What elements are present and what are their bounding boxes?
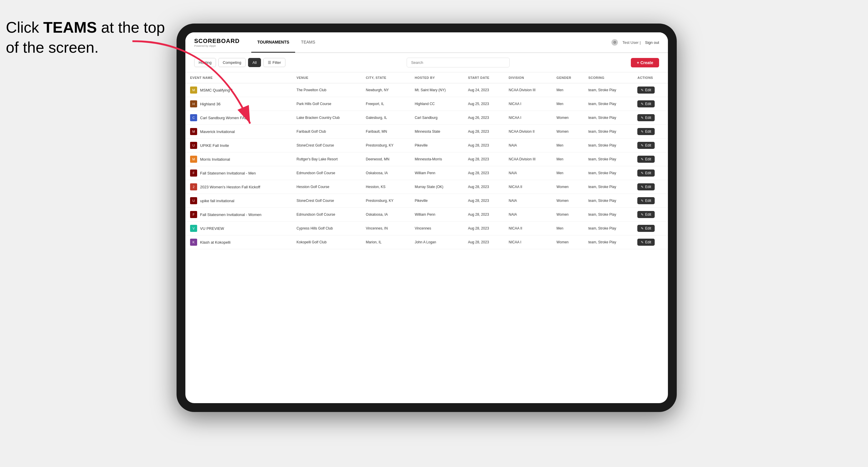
navbar-right: ⚙ Test User | Sign out [612,39,659,45]
cell-event-name-0: M MSMC Qualifying 1 [185,83,292,97]
cell-actions-7: ✎ Edit [632,180,668,194]
cell-venue-1: Park Hills Golf Course [292,97,361,111]
cell-division-6: NAIA [504,166,552,180]
cell-hosted-by-2: Carl Sandburg [410,111,463,125]
cell-venue-7: Hesston Golf Course [292,180,361,194]
cell-venue-6: Edmundson Golf Course [292,166,361,180]
table-container: EVENT NAME VENUE CITY, STATE HOSTED BY S… [185,72,668,403]
event-name-5: Morris Invitational [200,157,230,161]
cell-city-state-10: Vincennes, IN [361,222,410,236]
event-icon-1: H [190,100,197,107]
cell-venue-10: Cypress Hills Golf Club [292,222,361,236]
cell-hosted-by-5: Minnesota-Morris [410,152,463,166]
edit-button-10[interactable]: ✎ Edit [637,225,655,232]
cell-start-date-5: Aug 28, 2023 [463,152,504,166]
table-row: 2 2023 Women's Hesston Fall Kickoff Hess… [185,180,668,194]
instruction-part1: Click [6,19,43,36]
cell-city-state-0: Newburgh, NY [361,83,410,97]
cell-venue-0: The Powelton Club [292,83,361,97]
all-button[interactable]: All [248,58,261,67]
tab-tournaments[interactable]: TOURNAMENTS [251,32,295,53]
cell-scoring-7: team, Stroke Play [584,180,632,194]
table-header-row: EVENT NAME VENUE CITY, STATE HOSTED BY S… [185,72,668,83]
cell-city-state-4: Prestonsburg, KY [361,138,410,152]
edit-button-1[interactable]: ✎ Edit [637,100,655,107]
cell-gender-2: Women [552,111,584,125]
edit-button-8[interactable]: ✎ Edit [637,197,655,204]
filter-button[interactable]: ☰ Filter [264,58,285,67]
cell-start-date-3: Aug 28, 2023 [463,125,504,138]
col-scoring: SCORING [584,72,632,83]
cell-city-state-1: Freeport, IL [361,97,410,111]
settings-icon[interactable]: ⚙ [612,39,618,45]
cell-gender-7: Women [552,180,584,194]
cell-city-state-5: Deerwood, MN [361,152,410,166]
cell-gender-4: Men [552,138,584,152]
edit-label-10: Edit [645,226,651,230]
event-name-8: upike fall invitational [200,199,234,203]
cell-division-11: NICAA I [504,236,552,249]
cell-actions-9: ✎ Edit [632,208,668,222]
cell-scoring-9: team, Stroke Play [584,208,632,222]
event-icon-9: F [190,211,197,218]
edit-button-3[interactable]: ✎ Edit [637,128,655,135]
edit-label-6: Edit [645,171,651,175]
edit-button-7[interactable]: ✎ Edit [637,183,655,190]
cell-hosted-by-10: Vincennes [410,222,463,236]
col-start-date: START DATE [463,72,504,83]
tablet-screen: SCOREBOARD Powered by clippit TOURNAMENT… [185,32,668,403]
pencil-icon-11: ✎ [641,241,644,244]
cell-division-1: NICAA I [504,97,552,111]
cell-scoring-8: team, Stroke Play [584,194,632,208]
table-row: U upike fall invitational StoneCrest Gol… [185,194,668,208]
create-button[interactable]: + Create [631,58,659,67]
pencil-icon-9: ✎ [641,213,644,217]
logo-subtitle: Powered by clippit [194,44,240,48]
event-name-4: UPIKE Fall Invite [200,143,229,148]
search-input[interactable] [407,58,509,67]
edit-label-11: Edit [645,240,651,244]
cell-event-name-10: V VU PREVIEW [185,222,292,236]
tab-teams[interactable]: TEAMS [295,32,321,53]
cell-city-state-9: Oskaloosa, IA [361,208,410,222]
cell-event-name-8: U upike fall invitational [185,194,292,208]
cell-venue-8: StoneCrest Golf Course [292,194,361,208]
hosting-button[interactable]: Hosting [194,58,216,67]
cell-start-date-9: Aug 28, 2023 [463,208,504,222]
cell-venue-9: Edmundson Golf Course [292,208,361,222]
logo-title: SCOREBOARD [194,38,240,44]
col-event-name: EVENT NAME [185,72,292,83]
cell-start-date-4: Aug 28, 2023 [463,138,504,152]
event-icon-3: M [190,128,197,135]
cell-gender-0: Men [552,83,584,97]
cell-gender-1: Men [552,97,584,111]
edit-label-1: Edit [645,102,651,106]
cell-division-10: NICAA II [504,222,552,236]
cell-start-date-7: Aug 28, 2023 [463,180,504,194]
edit-button-0[interactable]: ✎ Edit [637,87,655,94]
edit-label-4: Edit [645,143,651,148]
toolbar-center [407,58,509,67]
cell-actions-3: ✎ Edit [632,125,668,138]
edit-button-11[interactable]: ✎ Edit [637,239,655,246]
cell-event-name-4: U UPIKE Fall Invite [185,138,292,152]
col-actions: ACTIONS [632,72,668,83]
cell-start-date-6: Aug 28, 2023 [463,166,504,180]
cell-gender-6: Men [552,166,584,180]
edit-button-9[interactable]: ✎ Edit [637,211,655,218]
cell-actions-2: ✎ Edit [632,111,668,125]
cell-scoring-5: team, Stroke Play [584,152,632,166]
cell-scoring-1: team, Stroke Play [584,97,632,111]
edit-button-2[interactable]: ✎ Edit [637,114,655,121]
cell-division-7: NICAA II [504,180,552,194]
competing-button[interactable]: Competing [218,58,246,67]
edit-button-4[interactable]: ✎ Edit [637,142,655,149]
table-row: C Carl Sandburg Women FA23 Lake Bracken … [185,111,668,125]
edit-button-6[interactable]: ✎ Edit [637,169,655,177]
event-icon-0: M [190,87,197,94]
cell-event-name-2: C Carl Sandburg Women FA23 [185,111,292,125]
edit-button-5[interactable]: ✎ Edit [637,156,655,163]
cell-actions-10: ✎ Edit [632,222,668,236]
cell-city-state-2: Galesburg, IL [361,111,410,125]
signout-link[interactable]: Sign out [645,40,659,45]
